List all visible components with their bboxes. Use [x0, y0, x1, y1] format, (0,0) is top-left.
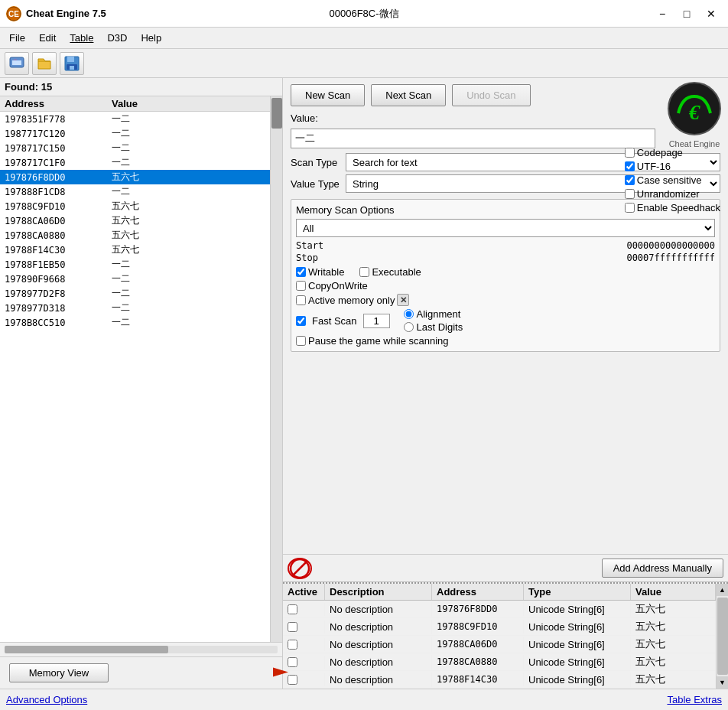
row-address: 1978717C1F0: [0, 158, 107, 168]
row-description: No description: [325, 673, 432, 687]
active-checkbox[interactable]: [288, 640, 297, 650]
copy-on-write-checkbox[interactable]: [296, 281, 306, 291]
alignment-label: Alignment: [417, 308, 461, 320]
writable-checkbox[interactable]: [296, 267, 306, 277]
list-item[interactable]: 19788CA06D0 五六七: [0, 213, 270, 228]
alignment-option: Alignment: [404, 308, 463, 320]
list-item[interactable]: 1978977D318 一二: [0, 301, 270, 315]
utf16-checkbox[interactable]: [625, 161, 635, 171]
table-extras-link[interactable]: Table Extras: [667, 694, 722, 705]
speedhack-checkbox[interactable]: [625, 203, 635, 213]
list-item[interactable]: 1978977D2F8 一二: [0, 286, 270, 301]
row-type: Unicode String[6]: [524, 602, 631, 617]
row-address: 1987717C120: [0, 129, 107, 139]
menu-bar: File Edit Table D3D Help: [0, 28, 728, 49]
executable-option: Executable: [359, 266, 421, 278]
next-scan-button[interactable]: Next Scan: [371, 84, 446, 106]
list-item[interactable]: 19788F14C30 五六七: [0, 243, 270, 257]
title-bar-left: CE Cheat Engine 7.5: [6, 6, 106, 21]
case-sensitive-checkbox[interactable]: [625, 175, 635, 185]
list-item[interactable]: 1987717C120 一二: [0, 126, 270, 141]
table-row[interactable]: No description 19788CA0880 Unicode Strin…: [283, 653, 716, 671]
row-address: 197888F1CD8: [0, 187, 107, 197]
scan-buttons-row: New Scan Next Scan Undo Scan: [291, 84, 720, 106]
row-active: [283, 603, 325, 616]
cheat-table-scrollbar[interactable]: ▲ ▼: [716, 584, 728, 689]
list-item[interactable]: 19788CA0880 五六七: [0, 228, 270, 243]
left-bottom-bar: Memory View: [0, 656, 282, 689]
list-item[interactable]: 197888F1CD8 一二: [0, 184, 270, 199]
row-value: 五六七: [631, 671, 716, 688]
table-row[interactable]: No description 19788CA06D0 Unicode Strin…: [283, 636, 716, 653]
memory-view-button[interactable]: Memory View: [9, 663, 109, 682]
app-window: CE Cheat Engine 7.5 00006F8C-微信 − □ ✕ Fi…: [0, 0, 728, 710]
close-button[interactable]: ✕: [700, 5, 722, 23]
list-item[interactable]: 19788C9FD10 五六七: [0, 199, 270, 213]
toolbar: [0, 49, 728, 78]
active-memory-clear-button[interactable]: ✕: [397, 294, 409, 306]
menu-edit[interactable]: Edit: [33, 31, 62, 45]
list-scrollbar[interactable]: [270, 96, 282, 642]
menu-help[interactable]: Help: [135, 31, 167, 45]
active-checkbox[interactable]: [288, 604, 297, 614]
svg-rect-3: [12, 60, 21, 65]
list-item[interactable]: 1978717C150 一二: [0, 141, 270, 155]
row-address: 19788F14C30: [0, 245, 107, 256]
row-address: 19788CA06D0: [0, 216, 107, 226]
horizontal-scroll[interactable]: [0, 642, 282, 656]
row-value: 一二: [107, 316, 270, 329]
active-memory-row: Active memory only ✕: [296, 294, 715, 306]
undo-scan-button[interactable]: Undo Scan: [452, 84, 530, 106]
last-digits-radio[interactable]: [404, 322, 414, 332]
maximize-button[interactable]: □: [676, 5, 697, 23]
scroll-down-button[interactable]: ▼: [717, 676, 729, 689]
save-button[interactable]: [60, 52, 84, 75]
stop-value: 00007fffffffffff: [626, 252, 715, 263]
list-item[interactable]: 1978717C1F0 一二: [0, 155, 270, 170]
list-item[interactable]: 1978B8CC510 一二: [0, 315, 270, 330]
menu-d3d[interactable]: D3D: [101, 31, 133, 45]
list-item[interactable]: 197890F9668 一二: [0, 272, 270, 286]
active-memory-checkbox[interactable]: [296, 295, 306, 305]
codepage-checkbox[interactable]: [625, 148, 635, 158]
list-item[interactable]: 197876F8DD0 五六七: [0, 170, 270, 184]
codepage-label: Codepage: [637, 147, 683, 158]
value-input[interactable]: [291, 129, 655, 148]
active-checkbox[interactable]: [288, 622, 297, 632]
list-item[interactable]: 1978351F778 一二: [0, 112, 270, 126]
list-item[interactable]: 19788F1EB50 一二: [0, 257, 270, 272]
row-description: No description: [325, 602, 432, 617]
pause-game-label: Pause the game while scanning: [308, 335, 449, 347]
scroll-up-button[interactable]: ▲: [717, 584, 729, 596]
menu-file[interactable]: File: [3, 31, 31, 45]
open-file-button[interactable]: [32, 52, 57, 75]
unrandomizer-checkbox[interactable]: [625, 189, 635, 199]
add-address-button[interactable]: Add Address Manually: [602, 559, 723, 578]
new-scan-button[interactable]: New Scan: [291, 84, 365, 106]
svg-rect-8: [70, 66, 74, 70]
advanced-options-link[interactable]: Advanced Options: [6, 694, 87, 705]
executable-checkbox[interactable]: [359, 267, 369, 277]
scroll-track[interactable]: [717, 598, 728, 675]
alignment-radio[interactable]: [404, 309, 414, 319]
open-process-button[interactable]: [5, 52, 29, 75]
codepage-row: Codepage: [625, 147, 720, 158]
value-type-label: Value Type: [291, 178, 346, 190]
row-value: 五六七: [631, 601, 716, 617]
memory-scan-all-select[interactable]: All: [296, 219, 715, 237]
minimize-button[interactable]: −: [652, 5, 673, 23]
writable-label: Writable: [308, 266, 344, 278]
pause-game-checkbox[interactable]: [296, 336, 306, 346]
app-logo: €: [667, 81, 722, 136]
table-row[interactable]: No description 19788C9FD10 Unicode Strin…: [283, 618, 716, 636]
row-value: 五六七: [107, 214, 270, 227]
fast-scan-input[interactable]: [363, 314, 390, 328]
fast-scan-checkbox[interactable]: [296, 316, 306, 326]
table-row[interactable]: No description 197876F8DD0 Unicode Strin…: [283, 601, 716, 618]
menu-table[interactable]: Table: [63, 31, 99, 45]
table-row[interactable]: No description 19788F14C30 Unicode Strin…: [283, 671, 716, 689]
no-icon[interactable]: [288, 558, 312, 579]
cheat-table-container: Active Description Address Type Value No…: [283, 584, 728, 689]
row-active: [283, 638, 325, 651]
window-title: 00006F8C-微信: [329, 7, 398, 21]
